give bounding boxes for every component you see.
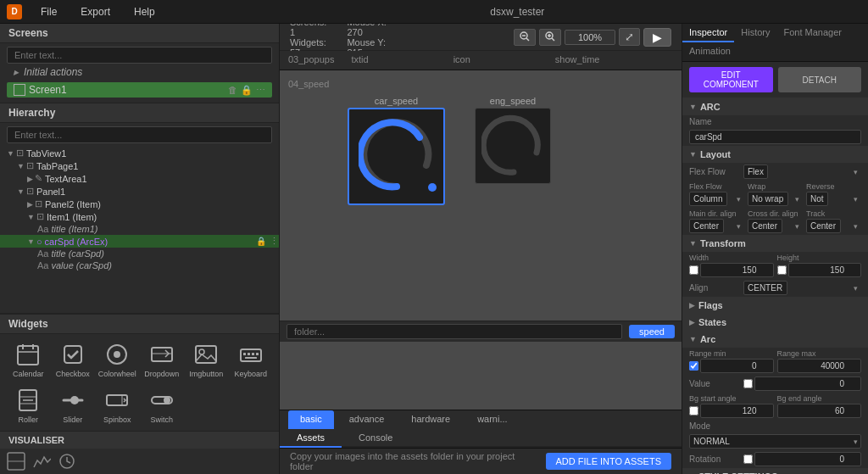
insp-tab-font-manager[interactable]: Font Manager [776, 24, 848, 42]
track-select[interactable]: Center [806, 219, 841, 233]
screen-03-label: 03_popups [288, 51, 334, 70]
bg-start-input[interactable] [700, 404, 774, 418]
menu-file[interactable]: File [36, 4, 62, 20]
carspd-lock-icon[interactable]: 🔒 [256, 237, 266, 246]
widget-roller[interactable]: Roller [7, 383, 50, 427]
bg-start-checkbox[interactable] [689, 406, 698, 415]
insp-tab-animation[interactable]: Animation [682, 42, 737, 61]
initial-actions-item[interactable]: ▶ Initial actions [7, 64, 272, 81]
bg-end-input[interactable] [777, 404, 862, 418]
hierarchy-search-input[interactable] [7, 126, 272, 143]
dropdown-label: Dropdown [144, 370, 179, 378]
mode-select[interactable]: NORMAL [689, 434, 861, 449]
flex-flow-select[interactable]: Column [689, 192, 727, 206]
expand-btn[interactable]: ⤢ [619, 28, 640, 46]
play-btn[interactable]: ▶ [643, 28, 671, 47]
delete-icon[interactable]: 🗑 [228, 85, 237, 96]
visualiser-label: VISUALISER [8, 435, 64, 445]
height-input[interactable] [788, 263, 862, 277]
reverse-select[interactable]: Not [806, 192, 828, 206]
car-speed-widget[interactable]: car_speed [348, 96, 445, 205]
layout-section-header[interactable]: ▼ Layout [682, 146, 868, 163]
zoom-in-btn[interactable] [539, 29, 561, 46]
detach-btn[interactable]: DETACH [778, 67, 862, 92]
name-field-row [682, 128, 868, 146]
tree-carspd[interactable]: ▼ ○ carSpd (ArcEx) 🔒 ⋮ [0, 235, 279, 248]
carspd-more-icon[interactable]: ⋮ [270, 236, 279, 247]
range-max-col: Range max [777, 349, 862, 373]
states-section-title: States [698, 317, 726, 327]
height-checkbox[interactable] [777, 265, 787, 275]
lock-icon[interactable]: 🔒 [241, 85, 253, 96]
zoom-out-btn[interactable] [514, 29, 536, 46]
widget-grid: Calendar Checkbox Colorwheel [0, 334, 279, 431]
more-icon[interactable]: ⋯ [256, 85, 265, 96]
widget-dropdown[interactable]: Dropdown [141, 337, 184, 382]
wrap-select-wrap: No wrap [748, 192, 803, 206]
flags-section-header[interactable]: ▶ Flags [682, 297, 868, 314]
widget-checkbox[interactable]: Checkbox [52, 337, 95, 382]
width-input[interactable] [700, 263, 774, 277]
imgbutton-icon [192, 341, 220, 368]
rotation-checkbox[interactable] [743, 454, 753, 464]
value-input[interactable] [754, 376, 861, 391]
bg-start-label: Bg start angle [689, 394, 774, 403]
states-section-header[interactable]: ▶ States [682, 314, 868, 331]
range-min-input[interactable] [700, 359, 774, 373]
tree-tabview1[interactable]: ▼ ⊡ TabView1 [0, 147, 279, 159]
name-input[interactable] [689, 130, 861, 144]
tab-warni[interactable]: warni... [465, 410, 519, 429]
tab-advance[interactable]: advance [337, 410, 397, 429]
tree-title-carspd[interactable]: Aa title (carSpd) [0, 248, 279, 259]
screens-search-input[interactable] [7, 47, 272, 64]
main-dir-select[interactable]: Center [689, 219, 724, 233]
widget-slider[interactable]: Slider [52, 383, 95, 427]
tab-basic[interactable]: basic [288, 410, 334, 429]
range-max-input[interactable] [777, 359, 862, 373]
arc-sub-section-header[interactable]: ▼ Arc [682, 331, 868, 348]
tree-title-item1[interactable]: Aa title (Item1) [0, 223, 279, 235]
insp-tab-history[interactable]: History [734, 24, 776, 42]
align-select[interactable]: CENTER [743, 281, 787, 295]
cross-dir-select[interactable]: Center [748, 219, 782, 233]
value-checkbox[interactable] [743, 379, 753, 388]
style-settings-section-header[interactable]: ▶ STYLE SETTINGS [682, 468, 868, 474]
add-file-btn[interactable]: ADD FILE INTO ASSETS [546, 453, 672, 470]
widget-colorwheel[interactable]: Colorwheel [96, 337, 139, 382]
widget-calendar[interactable]: Calendar [7, 337, 50, 382]
widget-switch[interactable]: Switch [141, 383, 184, 427]
tab-console[interactable]: Console [342, 429, 409, 448]
tree-panel1[interactable]: ▼ ⊡ Panel1 [0, 185, 279, 198]
menu-export[interactable]: Export [75, 4, 115, 20]
tree-value-carspd[interactable]: Aa value (carSpd) [0, 259, 279, 271]
tree-panel2[interactable]: ▶ ⊡ Panel2 (Item) [0, 198, 279, 210]
flex-select[interactable]: Flex [743, 165, 768, 179]
tab-hardware[interactable]: hardware [399, 410, 462, 429]
folder-input[interactable] [287, 324, 622, 339]
menu-help[interactable]: Help [129, 4, 160, 20]
screen1-row[interactable]: Screen1 🗑 🔒 ⋯ [7, 82, 272, 98]
reverse-label: Reverse [806, 182, 861, 191]
speed-btn[interactable]: speed [629, 325, 675, 338]
name-row: Name [682, 115, 868, 128]
widget-imgbutton[interactable]: Imgbutton [185, 337, 228, 382]
width-checkbox[interactable] [689, 265, 698, 275]
tree-item1[interactable]: ▼ ⊡ Item1 (Item) [0, 210, 279, 223]
carspd-label: carSpd (ArcEx) [45, 237, 108, 247]
transform-section-header[interactable]: ▼ Transform [682, 235, 868, 252]
widget-spinbox[interactable]: Spinbox [96, 383, 139, 427]
wrap-select[interactable]: No wrap [748, 192, 788, 206]
eng-speed-widget[interactable]: eng_speed [475, 96, 551, 184]
col-icon-label: icon [453, 51, 538, 70]
edit-component-btn[interactable]: EDIT COMPONENT [689, 67, 773, 92]
tree-tabpage1[interactable]: ▼ ⊡ TabPage1 [0, 159, 279, 172]
tab-assets[interactable]: Assets [280, 429, 342, 448]
rotation-input[interactable] [754, 452, 861, 466]
range-min-label: Range min [689, 349, 774, 358]
arc-section-header[interactable]: ▼ ARC [682, 98, 868, 115]
mode-select-row: NORMAL [682, 432, 868, 450]
widget-keyboard[interactable]: Keyboard [230, 337, 273, 382]
tree-textarea1[interactable]: ▶ ✎ TextArea1 [0, 172, 279, 185]
range-min-checkbox[interactable] [689, 361, 698, 371]
insp-tab-inspector[interactable]: Inspector [682, 24, 734, 42]
